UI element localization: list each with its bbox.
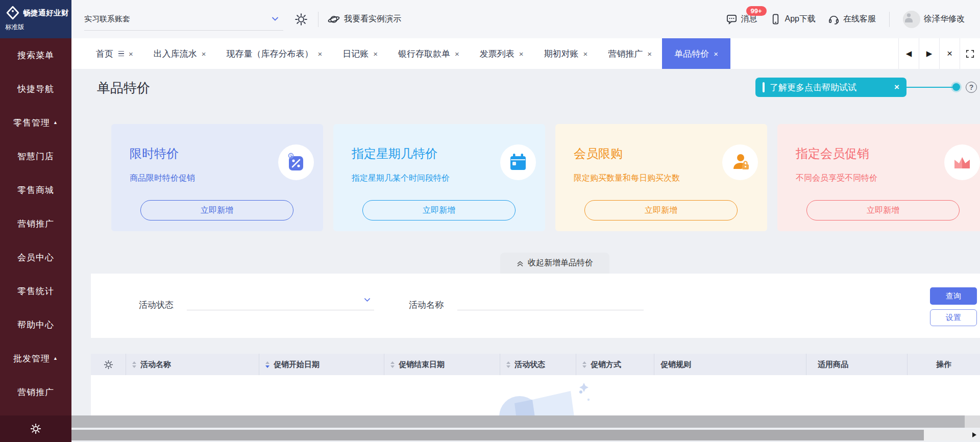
gear-icon xyxy=(104,360,113,370)
collapse-up-icon: ▲ xyxy=(53,120,58,125)
activity-name-input[interactable] xyxy=(457,288,644,310)
add-now-button[interactable]: 立即新增 xyxy=(584,200,738,220)
card-title: 指定星期几特价 xyxy=(352,145,437,162)
tab-marketing-promo[interactable]: 营销推广× xyxy=(598,38,662,69)
fullscreen-button[interactable] xyxy=(960,38,980,69)
sidebar-item-retail-management[interactable]: 零售管理▲ xyxy=(0,106,71,139)
chevron-down-icon xyxy=(271,15,279,23)
online-service-button[interactable]: 在线客服 xyxy=(828,13,876,25)
app-download-button[interactable]: App下载 xyxy=(770,13,816,25)
online-service-label: 在线客服 xyxy=(843,14,876,24)
topbar: 实习联系账套 我要看实例演示 消息 99+ App下载 在线客服 xyxy=(71,0,980,38)
card-title: 指定会员促销 xyxy=(796,145,869,162)
collapse-new-special-button[interactable]: 收起新增单品特价 xyxy=(500,253,609,274)
app-download-label: App下载 xyxy=(785,14,816,24)
page-title: 单品特价 xyxy=(97,79,150,97)
card-subtitle: 限定购买数量和每日购买次数 xyxy=(574,173,680,184)
app-window: 畅捷通好业财 标准版 搜索菜单 快捷导航 零售管理▲ 智慧门店 零售商城 营销推… xyxy=(0,0,980,442)
scroll-right-arrow-icon[interactable] xyxy=(972,432,976,437)
table-horizontal-scrollbar[interactable] xyxy=(71,415,980,428)
promo-cards-row: 限时特价 商品限时特价促销 立即新增 指定星期几特价 指定星期几某个时间段特价 … xyxy=(111,124,980,231)
tab-invoice-list[interactable]: 发票列表× xyxy=(470,38,534,69)
help-toggle-dot[interactable] xyxy=(952,83,960,91)
message-bubble-icon xyxy=(726,13,738,25)
tabs-close-all-button[interactable]: × xyxy=(939,38,960,69)
scrollbar-thumb[interactable] xyxy=(71,430,924,440)
card-subtitle: 商品限时特价促销 xyxy=(130,173,195,184)
tabs-scroll-left-button[interactable]: ◀ xyxy=(898,38,919,69)
sidebar-item-marketing-promo[interactable]: 营销推广 xyxy=(0,207,71,240)
tab-home[interactable]: 首页 × xyxy=(86,38,143,69)
mobile-phone-icon xyxy=(770,13,781,25)
discount-percent-icon xyxy=(278,144,314,180)
column-header-activity-name[interactable]: 活动名称 xyxy=(126,354,259,375)
add-now-button[interactable]: 立即新增 xyxy=(140,200,293,220)
account-set-select[interactable]: 实习联系账套 xyxy=(84,8,283,31)
sidebar-item-member-center[interactable]: 会员中心 xyxy=(0,240,71,274)
sidebar-item-wholesale-management[interactable]: 批发管理▲ xyxy=(0,341,71,375)
column-header-promo-start-date[interactable]: 促销开始日期 xyxy=(259,354,384,375)
sidebar-item-help-center[interactable]: 帮助中心 xyxy=(0,308,71,341)
column-header-actions: 操作 xyxy=(908,354,980,375)
close-icon[interactable]: × xyxy=(714,50,718,58)
query-button[interactable]: 查询 xyxy=(930,287,977,305)
close-icon[interactable]: × xyxy=(583,50,588,58)
help-circle-icon[interactable]: ? xyxy=(966,82,977,93)
close-icon[interactable]: × xyxy=(455,50,459,58)
brand-logo-icon xyxy=(5,5,20,20)
help-banner[interactable]: 了解更多点击帮助试试 × xyxy=(755,78,906,97)
sidebar-item-retail-mall[interactable]: 零售商城 xyxy=(0,173,71,207)
sort-arrows-icon[interactable] xyxy=(582,361,586,368)
close-icon[interactable]: × xyxy=(318,50,323,58)
close-icon[interactable]: × xyxy=(647,50,652,58)
page-horizontal-scrollbar[interactable] xyxy=(71,430,980,440)
close-icon[interactable]: × xyxy=(894,82,899,92)
add-now-button[interactable]: 立即新增 xyxy=(362,200,516,220)
tab-opening-reconciliation[interactable]: 期初对账× xyxy=(534,38,598,69)
sort-arrows-icon[interactable] xyxy=(390,361,395,368)
sidebar-settings-button[interactable] xyxy=(0,415,71,442)
tab-inout-flow[interactable]: 出入库流水× xyxy=(143,38,216,69)
sort-arrows-icon[interactable] xyxy=(506,361,510,368)
sidebar-item-marketing-promo-2[interactable]: 营销推广 xyxy=(0,375,71,409)
tab-single-item-special-active[interactable]: 单品特价× xyxy=(662,38,730,69)
card-title: 限时特价 xyxy=(130,145,179,162)
tab-stock-distribution[interactable]: 现存量（库存分布表）× xyxy=(216,38,333,69)
sidebar-item-quick-nav[interactable]: 快捷导航 xyxy=(0,72,71,106)
close-icon[interactable]: × xyxy=(202,50,206,58)
megaphone-illustration xyxy=(484,377,606,415)
sidebar-item-search-menu[interactable]: 搜索菜单 xyxy=(0,38,71,72)
column-settings-button[interactable] xyxy=(91,354,126,375)
close-icon[interactable]: × xyxy=(373,50,378,58)
tabs-scroll-right-button[interactable]: ▶ xyxy=(919,38,939,69)
scrollbar-thumb[interactable] xyxy=(71,415,965,428)
filter-panel: 活动状态 活动名称 查询 设置 xyxy=(91,274,980,338)
tab-bank-deposit[interactable]: 银行存取款单× xyxy=(388,38,470,69)
activity-status-select[interactable] xyxy=(187,288,374,310)
sidebar-item-smart-store[interactable]: 智慧门店 xyxy=(0,139,71,173)
column-header-promo-end-date[interactable]: 促销结束日期 xyxy=(384,354,500,375)
messages-button[interactable]: 消息 99+ xyxy=(726,13,757,25)
account-settings-button[interactable] xyxy=(295,13,308,26)
close-icon[interactable]: × xyxy=(129,50,133,58)
list-lines-icon xyxy=(118,51,124,57)
close-icon[interactable]: × xyxy=(519,50,524,58)
column-header-activity-status[interactable]: 活动状态 xyxy=(500,354,576,375)
banner-text: 了解更多点击帮助试试 xyxy=(770,82,894,93)
settings-button[interactable]: 设置 xyxy=(930,309,977,326)
sort-arrows-icon[interactable] xyxy=(265,361,270,368)
tab-journal[interactable]: 日记账× xyxy=(332,38,388,69)
sort-arrows-icon[interactable] xyxy=(132,361,136,368)
demo-link[interactable]: 我要看实例演示 xyxy=(328,13,401,26)
member-lock-icon xyxy=(722,144,758,180)
add-now-button[interactable]: 立即新增 xyxy=(806,200,960,220)
table-empty-body xyxy=(91,375,980,415)
sidebar-item-retail-stats[interactable]: 零售统计 xyxy=(0,274,71,308)
column-header-promo-rule: 促销规则 xyxy=(654,354,806,375)
user-menu[interactable]: 徐泽华修改 xyxy=(903,11,965,28)
topbar-divider xyxy=(318,12,318,27)
column-header-promo-method[interactable]: 促销方式 xyxy=(576,354,654,375)
card-time-limited-special: 限时特价 商品限时特价促销 立即新增 xyxy=(111,124,323,231)
collapse-up-icon: ▲ xyxy=(53,356,58,361)
topbar-right: 消息 99+ App下载 在线客服 徐泽华修改 xyxy=(726,0,965,38)
